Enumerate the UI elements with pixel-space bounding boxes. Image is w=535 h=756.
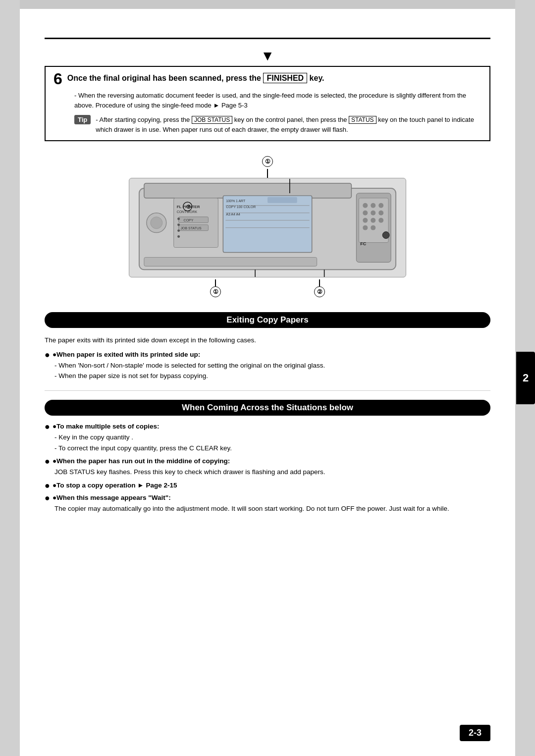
svg-rect-29 bbox=[179, 217, 209, 223]
tip-text-pre: - After starting copying, press the bbox=[96, 116, 192, 123]
bullet1-header: ● ●When paper is exited with its printed… bbox=[45, 351, 490, 359]
svg-point-43 bbox=[177, 229, 180, 232]
svg-point-14 bbox=[371, 225, 375, 230]
bullet5-label: ●When this message appears "Wait": bbox=[53, 494, 171, 501]
svg-point-4 bbox=[363, 203, 368, 208]
tip-text-mid: key on the control panel, then press the bbox=[232, 116, 349, 123]
svg-rect-22 bbox=[268, 197, 297, 203]
svg-text:JOB STATUS: JOB STATUS bbox=[181, 226, 202, 230]
step-box: 6 Once the final original has been scann… bbox=[45, 66, 490, 141]
callout-line-1b bbox=[215, 279, 216, 286]
bullet1-label: ●When paper is exited with its printed s… bbox=[53, 351, 200, 358]
svg-point-41 bbox=[177, 217, 180, 220]
bullet2-label: ●To make multiple sets of copies: bbox=[53, 423, 160, 430]
bullet3-body: JOB STATUS key flashes. Press this key t… bbox=[54, 467, 490, 478]
callout-bottom-1: ① bbox=[210, 286, 221, 297]
side-tab: 2 bbox=[516, 352, 535, 404]
bullet4-dot: ● bbox=[45, 481, 50, 490]
svg-point-12 bbox=[378, 218, 383, 223]
step-title-pre: Once the final original has been scanned… bbox=[67, 74, 264, 82]
bullet2-sub2-post: key. bbox=[220, 444, 232, 452]
bullet3-label: ●When the paper has run out in the middi… bbox=[53, 457, 230, 465]
callout-1-bottom: ① bbox=[210, 279, 221, 297]
svg-rect-17 bbox=[223, 196, 312, 253]
page-number: 2-3 bbox=[460, 725, 490, 741]
tip-box: Tip - After starting copying, press the … bbox=[74, 115, 482, 134]
svg-text:A3   A4   A4: A3 A4 A4 bbox=[226, 213, 240, 216]
bullet3-dot: ● bbox=[45, 457, 50, 466]
step-body: - When the reversing automatic document … bbox=[74, 91, 482, 110]
section1-body: The paper exits with its printed side do… bbox=[45, 335, 490, 346]
svg-point-7 bbox=[363, 211, 368, 216]
svg-point-8 bbox=[371, 211, 375, 216]
svg-text:COPY  100  COLOR: COPY 100 COLOR bbox=[226, 205, 256, 209]
top-rule bbox=[45, 38, 490, 39]
section1: Exiting Copy Papers The paper exits with… bbox=[45, 312, 490, 381]
svg-point-10 bbox=[363, 218, 368, 223]
section1-heading: Exiting Copy Papers bbox=[45, 312, 490, 328]
top-bar bbox=[20, 0, 515, 9]
section-divider bbox=[45, 390, 490, 391]
svg-text:CONTWORK: CONTWORK bbox=[177, 210, 198, 214]
callout-line-2b bbox=[319, 279, 320, 286]
section2-heading: When Coming Across the Situations below bbox=[45, 400, 490, 416]
bullet1-sub1: - When 'Non-sort / Non-staple' mode is s… bbox=[54, 360, 490, 371]
bullet5-header: ● ●When this message appears "Wait": bbox=[45, 494, 490, 502]
svg-point-5 bbox=[371, 203, 375, 208]
bullet2-dot: ● bbox=[45, 422, 50, 431]
callout-line-top bbox=[267, 169, 268, 178]
copier-illustration: FC 100% 1 ART COPY 100 COLOR A3 A4 A4 FL… bbox=[129, 178, 406, 277]
bullet1-sub2: - When the paper size is not set for byp… bbox=[54, 371, 490, 381]
svg-point-34 bbox=[151, 217, 162, 229]
bullet2-sub1: - Key in the copy quantity . bbox=[54, 432, 490, 443]
finished-key: FINISHED bbox=[263, 73, 307, 83]
svg-point-11 bbox=[371, 218, 375, 223]
bullet5-dot: ● bbox=[45, 493, 50, 502]
cclear-key: C CLEAR bbox=[189, 444, 218, 452]
bullet2-header: ● ●To make multiple sets of copies: bbox=[45, 423, 490, 431]
svg-point-42 bbox=[177, 223, 180, 226]
svg-point-15 bbox=[382, 232, 389, 239]
step-title-post: key. bbox=[307, 74, 324, 82]
tip-text: - After starting copying, press the JOB … bbox=[96, 115, 482, 134]
bullet3-header: ● ●When the paper has run out in the mid… bbox=[45, 457, 490, 466]
bullet2-sub2-pre: - To correct the input copy quantity, pr… bbox=[54, 444, 189, 452]
callout-2-bottom: ② bbox=[314, 279, 325, 297]
callout-1-top: ① bbox=[262, 156, 273, 167]
page-wrapper: ▼ 6 Once the final original has been sca… bbox=[20, 0, 515, 756]
job-status-key: JOB STATUS bbox=[192, 116, 232, 124]
status-key: STATUS bbox=[349, 116, 376, 124]
bullet5-body: The copier may automatically go into the… bbox=[54, 503, 490, 514]
svg-point-44 bbox=[177, 235, 180, 238]
bullet4-label: ●To stop a copy operation ► Page 2-15 bbox=[53, 482, 177, 489]
svg-point-9 bbox=[378, 211, 383, 216]
bullet3-body-text: key flashes. Press this key to check whi… bbox=[97, 468, 325, 476]
tip-label: Tip bbox=[74, 115, 91, 124]
svg-point-13 bbox=[363, 225, 368, 230]
bullet2-sub2: - To correct the input copy quantity, pr… bbox=[54, 443, 490, 454]
copier-callout-area: ① FC bbox=[124, 156, 411, 297]
down-arrow: ▼ bbox=[45, 49, 490, 63]
bullet1-dot: ● bbox=[45, 350, 50, 359]
svg-text:FC: FC bbox=[360, 241, 366, 246]
svg-text:⑦: ⑦ bbox=[186, 204, 191, 210]
bottom-callouts: ① ② bbox=[124, 277, 411, 297]
svg-rect-35 bbox=[144, 257, 317, 266]
bullet4-header: ● ●To stop a copy operation ► Page 2-15 bbox=[45, 482, 490, 490]
section2: When Coming Across the Situations below … bbox=[45, 400, 490, 514]
step-title: Once the final original has been scanned… bbox=[67, 73, 324, 84]
job-status-key2: JOB STATUS bbox=[54, 468, 95, 476]
svg-text:100%  1  ART: 100% 1 ART bbox=[226, 199, 246, 203]
svg-point-6 bbox=[378, 203, 383, 208]
step-number: 6 bbox=[54, 71, 62, 87]
callout-bottom-2: ② bbox=[314, 286, 325, 297]
svg-text:COPY: COPY bbox=[184, 218, 194, 222]
step-header: 6 Once the final original has been scann… bbox=[54, 73, 482, 87]
